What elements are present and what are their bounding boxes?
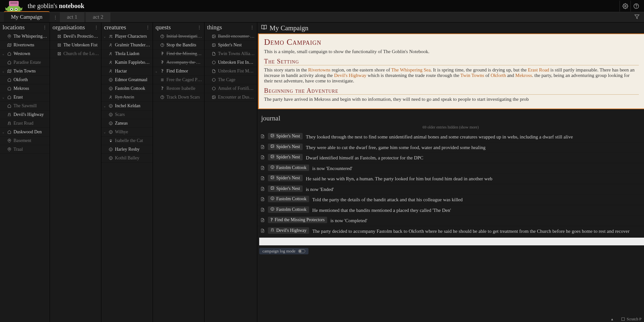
toggle-icon[interactable] (298, 249, 305, 253)
tree-item[interactable]: Paradise Estate (0, 58, 50, 67)
column-menu-icon[interactable]: ⋮ (146, 25, 150, 30)
journal-tag[interactable]: Fastolm Cottook (268, 165, 309, 171)
journal-entry[interactable]: Fastolm CottookHe mentioned that the ban… (257, 205, 644, 216)
tree-item[interactable]: ?Restore Isabelle (153, 84, 204, 93)
chevron-down-icon[interactable]: ⌄ (103, 130, 107, 134)
doc-link[interactable]: Rivertowns (308, 67, 330, 72)
tree-item[interactable]: ?Find the Missing Pr… (153, 50, 204, 58)
journal-entry[interactable]: Fastolm CottookTold the party the detail… (257, 194, 644, 205)
doc-link[interactable]: The Whispering Sea (391, 67, 431, 72)
journal-entry[interactable]: Spider's Nestis now 'Ended' (257, 184, 644, 195)
journal-tag[interactable]: ?Find the Missing Protectors (268, 217, 327, 223)
tree-item[interactable]: ⌄Player Characters (101, 32, 153, 41)
tree-item[interactable]: ⌄Twin Towns (0, 67, 50, 76)
tree-item[interactable]: Fastolm Cottook (101, 84, 153, 93)
settings-icon[interactable] (620, 1, 630, 12)
chevron-down-icon[interactable]: ⌄ (103, 35, 107, 38)
tree-item[interactable]: ⌄Westown (0, 50, 50, 58)
tree-item[interactable]: Kamin Fapplebott… (101, 58, 153, 67)
journal-entry[interactable]: Spider's NestThey looked through the nes… (257, 132, 644, 142)
tab-act-1[interactable]: act 1 (60, 12, 85, 22)
tree-item[interactable]: Bandit encounter al… (204, 32, 257, 41)
tree-item[interactable]: Track Down Scars (153, 93, 204, 102)
chevron-down-icon[interactable]: ⌄ (103, 104, 107, 108)
tree-item[interactable]: Encounter at Duskw… (204, 93, 257, 102)
tree-item[interactable]: ⌄?Find Edmor (153, 67, 204, 76)
journal-tag[interactable]: Spider's Nest (268, 133, 303, 139)
caret-up-icon[interactable]: ▴ (611, 317, 613, 322)
tree-item[interactable]: Scars (101, 110, 153, 119)
doc-link[interactable]: Erast Road (528, 67, 549, 72)
tree-item[interactable]: Stop the Bandits (153, 41, 204, 50)
tree-item[interactable]: Mekross (0, 84, 50, 93)
tree-item[interactable]: Initial Investigations (153, 32, 204, 41)
column-menu-icon[interactable]: ⋮ (43, 25, 47, 30)
journal-tag[interactable]: Spider's Nest (268, 175, 303, 181)
tree-item[interactable]: ?Accompany the Urg… (153, 58, 204, 67)
tree-item[interactable]: Zaneas (101, 119, 153, 128)
tree-item[interactable]: Hactar (101, 67, 153, 76)
tree-item[interactable]: Unbroken Fist Motiv… (204, 67, 257, 76)
tree-item[interactable]: Harley Resby (101, 145, 153, 154)
tree-item[interactable]: Twin Towns Alliance… (204, 50, 257, 58)
scratch-checkbox[interactable] (621, 317, 625, 321)
journal-entry[interactable]: Devil's HighwayThe party decided to acco… (257, 226, 644, 237)
help-icon[interactable] (630, 1, 641, 12)
journal-input[interactable] (259, 238, 644, 245)
log-mode-toggle[interactable]: campaign log mode (259, 248, 308, 254)
column-menu-icon[interactable]: ⋮ (197, 25, 202, 30)
chevron-down-icon[interactable]: ⌄ (2, 96, 5, 99)
journal-entry[interactable]: ?Find the Missing Protectorsis now 'Comp… (257, 215, 644, 226)
tree-item[interactable]: Spider's Nest (204, 41, 257, 50)
tree-item[interactable]: Unbroken Fist Insignia (204, 58, 257, 67)
tree-item[interactable]: Free the Caged Pri… (153, 76, 204, 84)
journal-tag[interactable]: Spider's Nest (268, 144, 303, 150)
tree-item[interactable]: Devil's Highway (0, 110, 50, 119)
journal-entry[interactable]: Spider's NestDwarf identified himself as… (257, 153, 644, 163)
tree-item[interactable]: Traal (0, 145, 50, 154)
tree-item[interactable]: ⌄Wilhye (101, 128, 153, 137)
chevron-down-icon[interactable]: ⌄ (155, 70, 158, 73)
scratch-label[interactable]: Scratch P (627, 317, 641, 322)
doc-link[interactable]: Twin Towns (460, 73, 484, 78)
tree-item[interactable]: Gralmir Thunderkeg (101, 41, 153, 50)
tree-item[interactable]: Thola Liadon (101, 50, 153, 58)
tree-item[interactable]: Erast Road (0, 119, 50, 128)
journal-entry[interactable]: Spider's NestThey were able to cut the d… (257, 142, 644, 153)
tab-menu-icon[interactable]: ⋮ (51, 13, 60, 22)
journal-tag[interactable]: Spider's Nest (268, 154, 303, 160)
journal-tag[interactable]: Spider's Nest (268, 185, 303, 192)
tree-item[interactable]: Basement (0, 137, 50, 145)
tree-item[interactable]: The Unbroken Fist (50, 41, 101, 50)
tab-my-campaign[interactable]: My Campaign (4, 11, 50, 22)
doc-link[interactable]: Devil's Highway (334, 73, 366, 78)
journal-tag[interactable]: Devil's Highway (268, 227, 309, 234)
journal-tag[interactable]: Fastolm Cottook (268, 196, 309, 202)
filter-icon[interactable] (634, 14, 639, 21)
chevron-down-icon[interactable]: ⌄ (2, 52, 5, 56)
tree-item[interactable]: Rivertowns (0, 41, 50, 50)
tree-item[interactable]: The Sawmill (0, 102, 50, 110)
doc-link[interactable]: Mekross (515, 73, 532, 78)
journal-entry[interactable]: Spider's NestHe said he was with Ryn, a … (257, 174, 644, 184)
column-menu-icon[interactable]: ⋮ (250, 25, 254, 30)
journal-entry[interactable]: Fastolm Cottookis now 'Encountered' (257, 163, 644, 174)
tree-item[interactable]: Kothil Balley (101, 154, 153, 163)
tree-item[interactable]: ⌄Duskwood Den (0, 128, 50, 137)
tree-item[interactable]: Ryn Ancin (101, 93, 153, 102)
tab-act-2[interactable]: act 2 (86, 12, 110, 22)
tree-item[interactable]: Okforth (0, 76, 50, 84)
doc-link[interactable]: Okforth (491, 73, 506, 78)
tree-item[interactable]: Edmor Greatmaul (101, 76, 153, 84)
chevron-down-icon[interactable]: ⌄ (2, 130, 5, 134)
tree-item[interactable]: ⌄Inchel Keldan (101, 102, 153, 110)
tree-item[interactable]: Devil's Protection C… (50, 32, 101, 41)
column-menu-icon[interactable]: ⋮ (94, 25, 99, 30)
journal-tag[interactable]: Fastolm Cottook (268, 206, 309, 213)
tree-item[interactable]: Isabelle the Cat (101, 137, 153, 145)
tree-item[interactable]: Church of the Long … (50, 50, 101, 58)
chevron-down-icon[interactable]: ⌄ (2, 70, 5, 73)
tree-item[interactable]: The Whispering Sea (0, 32, 50, 41)
tree-item[interactable]: Amulet of Fortificati… (204, 84, 257, 93)
tree-item[interactable]: The Cage (204, 76, 257, 84)
